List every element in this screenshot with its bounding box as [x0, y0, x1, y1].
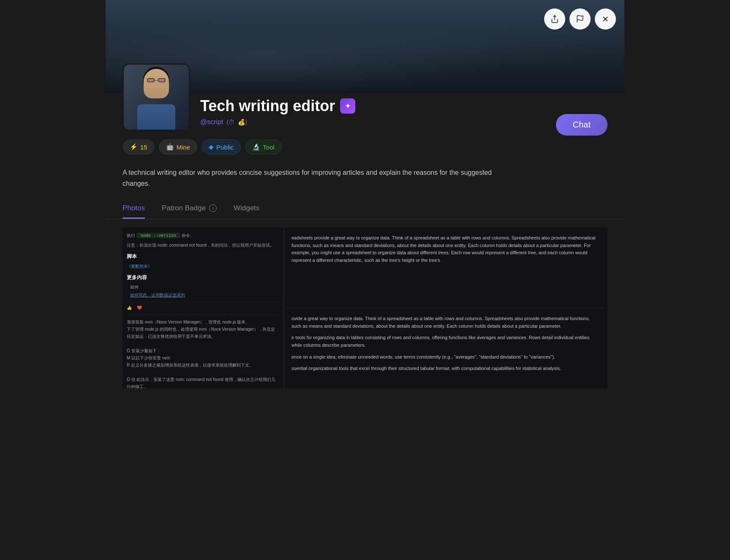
- profile-title: Tech writing editor: [200, 97, 335, 115]
- avatar-face: [144, 69, 169, 98]
- close-button[interactable]: [595, 8, 616, 30]
- profile-info: Tech writing editor ✦ @script (⏱ 💰): [200, 63, 607, 126]
- diamond-icon: ◆: [209, 143, 214, 151]
- openai-icon: ✦: [345, 101, 351, 111]
- avatar-image: [124, 65, 189, 130]
- badge-money: 💰): [238, 119, 247, 125]
- photo-right-top-content: eadsheets provide a great way to organiz…: [285, 228, 607, 307]
- share-button[interactable]: [544, 8, 565, 30]
- lightning-icon: ⚡: [130, 143, 138, 151]
- chat-button[interactable]: Chat: [556, 114, 607, 136]
- tag-tool: 🔬 Tool: [245, 139, 282, 155]
- photo-right: eadsheets provide a great way to organiz…: [285, 228, 607, 388]
- profile-section: Tech writing editor ✦ @script (⏱ 💰) Chat: [106, 63, 624, 131]
- tab-widgets-label: Widgets: [234, 204, 259, 212]
- tag-count: 15: [140, 144, 147, 151]
- photo-right-top: eadsheets provide a great way to organiz…: [285, 228, 607, 308]
- tab-patron-badge-label: Patron Badge: [162, 204, 206, 212]
- badge-clock: (⏱: [226, 119, 234, 125]
- mine-icon: 🤖: [166, 143, 174, 151]
- tag-mine-label: Mine: [177, 144, 191, 151]
- title-row: Tech writing editor ✦: [200, 97, 607, 115]
- avatar-body: [137, 104, 175, 130]
- photos-grid: 执行 `node --version` 命令。 注意：长流出现 node: co…: [106, 228, 624, 388]
- tag-mine: 🤖 Mine: [159, 139, 198, 155]
- tag-lightning: ⚡ 15: [123, 139, 155, 155]
- tab-widgets[interactable]: Widgets: [234, 199, 259, 219]
- photo-left: 执行 `node --version` 命令。 注意：长流出现 node: co…: [123, 228, 283, 388]
- tag-public: ◆ Public: [202, 139, 241, 155]
- photo-right-bottom: ovide a great way to organize data. Thin…: [285, 308, 607, 388]
- photo-left-content: 执行 `node --version` 命令。 注意：长流出现 node: co…: [123, 228, 283, 388]
- tabs: Photos Patron Badge i Widgets: [106, 199, 624, 219]
- info-icon: i: [209, 204, 217, 212]
- tab-photos[interactable]: Photos: [123, 199, 145, 219]
- tag-public-label: Public: [216, 144, 234, 151]
- tab-photos-label: Photos: [123, 204, 145, 212]
- tag-tool-label: Tool: [263, 144, 275, 151]
- openai-badge: ✦: [340, 98, 355, 114]
- tab-patron-badge[interactable]: Patron Badge i: [162, 199, 217, 219]
- photo-right-bottom-content: ovide a great way to organize data. Thin…: [285, 308, 607, 388]
- avatar: [123, 63, 190, 131]
- username-row: @script (⏱ 💰): [200, 118, 607, 126]
- description: A technical writing editor who provides …: [106, 163, 528, 199]
- flag-button[interactable]: [569, 8, 591, 30]
- tags-row: ⚡ 15 🤖 Mine ◆ Public 🔬 Tool: [106, 131, 624, 163]
- tool-icon: 🔬: [252, 143, 260, 151]
- username: @script: [200, 118, 223, 126]
- top-actions: [544, 8, 616, 30]
